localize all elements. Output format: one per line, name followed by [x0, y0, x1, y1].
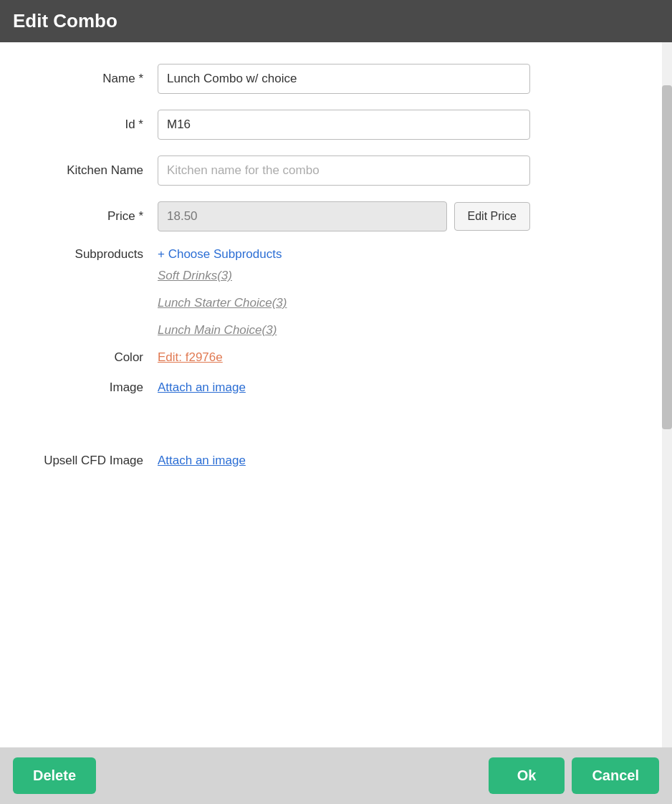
- modal-header: Edit Combo: [0, 0, 672, 42]
- subproduct-item-3: Lunch Main Choice(3): [29, 323, 643, 338]
- modal-body: Name * Id * Kitchen Name Price * Edit Pr…: [0, 42, 672, 747]
- subproduct-link-2[interactable]: Lunch Starter Choice(3): [158, 296, 287, 310]
- ok-button[interactable]: Ok: [489, 757, 565, 794]
- color-edit-link[interactable]: Edit: f2976e: [158, 350, 223, 365]
- cancel-button[interactable]: Cancel: [572, 757, 659, 794]
- footer-right-buttons: Ok Cancel: [489, 757, 659, 794]
- modal-footer: Delete Ok Cancel: [0, 747, 672, 804]
- scrollbar-thumb[interactable]: [662, 85, 672, 429]
- kitchen-name-input[interactable]: [158, 155, 530, 186]
- name-label: Name *: [29, 72, 158, 86]
- edit-combo-modal: Edit Combo Name * Id * Kitchen Name Pric…: [0, 0, 672, 804]
- upsell-cfd-label: Upsell CFD Image: [29, 454, 158, 468]
- kitchen-name-label: Kitchen Name: [29, 163, 158, 178]
- price-row: Price * Edit Price: [29, 201, 643, 231]
- image-label: Image: [29, 381, 158, 395]
- id-input[interactable]: [158, 110, 530, 140]
- choose-subproducts-link[interactable]: + Choose Subproducts: [158, 247, 282, 262]
- scrollbar-track[interactable]: [662, 42, 672, 747]
- subproducts-label: Subproducts: [29, 247, 158, 262]
- spacer: [29, 411, 643, 454]
- name-input[interactable]: [158, 64, 530, 94]
- attach-upsell-link[interactable]: Attach an image: [158, 454, 246, 468]
- price-input: [158, 201, 447, 231]
- id-row: Id *: [29, 110, 643, 140]
- attach-image-link[interactable]: Attach an image: [158, 381, 246, 395]
- subproduct-item-1: Soft Drinks(3): [29, 269, 643, 283]
- name-row: Name *: [29, 64, 643, 94]
- delete-button[interactable]: Delete: [13, 757, 96, 794]
- bottom-spacer: [29, 484, 643, 527]
- subproduct-link-3[interactable]: Lunch Main Choice(3): [158, 323, 277, 338]
- image-row: Image Attach an image: [29, 381, 643, 395]
- subproduct-item-2: Lunch Starter Choice(3): [29, 296, 643, 310]
- subproduct-link-1[interactable]: Soft Drinks(3): [158, 269, 232, 283]
- subproducts-row: Subproducts + Choose Subproducts: [29, 247, 643, 262]
- modal-title: Edit Combo: [13, 10, 117, 32]
- color-row: Color Edit: f2976e: [29, 350, 643, 365]
- kitchen-name-row: Kitchen Name: [29, 155, 643, 186]
- id-label: Id *: [29, 118, 158, 132]
- color-label: Color: [29, 350, 158, 365]
- upsell-cfd-row: Upsell CFD Image Attach an image: [29, 454, 643, 468]
- price-container: Edit Price: [158, 201, 530, 231]
- price-label: Price *: [29, 209, 158, 224]
- edit-price-button[interactable]: Edit Price: [454, 202, 530, 231]
